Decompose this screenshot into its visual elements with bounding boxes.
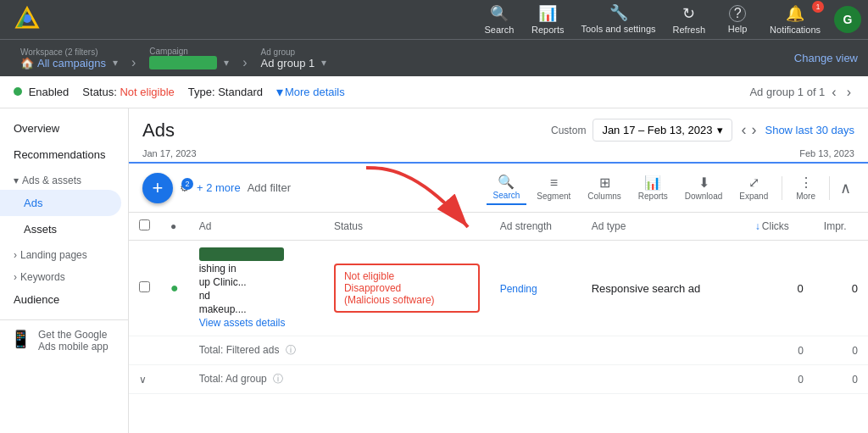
- toolbar-expand-action[interactable]: ⤢ Expand: [732, 171, 775, 204]
- campaign-dropdown-icon[interactable]: ▾: [224, 57, 229, 69]
- sidebar-section-keywords[interactable]: › Keywords: [0, 264, 128, 286]
- workspace-dropdown-icon[interactable]: ▾: [113, 57, 118, 69]
- date-range-line: Jan 17, 2023 Feb 13, 2023: [129, 145, 868, 164]
- total-filtered-row: Total: Filtered ads ⓘ 0 0: [129, 336, 868, 365]
- sidebar-item-audience[interactable]: Audience: [0, 286, 121, 313]
- status-label: Status: Not eligible: [82, 86, 174, 98]
- workspace-label: Workspace (2 filters): [20, 47, 118, 57]
- add-filter-button[interactable]: Add filter: [248, 181, 291, 194]
- nav-notifications[interactable]: 🔔 1 Notifications: [763, 1, 827, 38]
- mobile-app-banner[interactable]: 📱 Get the Google Ads mobile app: [0, 319, 128, 361]
- view-assets-link[interactable]: View assets details: [199, 317, 314, 329]
- profile-avatar[interactable]: G: [834, 6, 861, 33]
- breadcrumb-arrow-1: ›: [131, 55, 136, 70]
- mobile-app-line2: Ads mobile app: [38, 341, 108, 353]
- total-filtered-impr: 0: [814, 336, 868, 365]
- row-status-dot-cell: ●: [160, 241, 189, 336]
- ad-preview-line4: makeup....: [199, 303, 314, 315]
- more-filters-button[interactable]: + 2 more: [197, 181, 241, 194]
- add-ad-button[interactable]: +: [142, 173, 173, 203]
- prev-date-button[interactable]: ‹: [739, 119, 748, 141]
- total-adgroup-row: ∨ Total: Ad group ⓘ 0 0: [129, 365, 868, 394]
- search-icon: 🔍: [490, 4, 509, 23]
- nav-reports[interactable]: 📊 Reports: [525, 1, 571, 38]
- status-highlight-box: Not eligible Disapproved (Malicious soft…: [334, 264, 480, 313]
- toolbar-download-action[interactable]: ⬇ Download: [678, 171, 729, 204]
- ad-content-cell: ishing in up Clinic... nd makeup....: [189, 241, 324, 336]
- workspace-crumb[interactable]: Workspace (2 filters) 🏠 All campaigns ▾: [10, 47, 128, 69]
- next-date-button[interactable]: ›: [749, 119, 758, 141]
- ads-header: Ads Custom Jan 17 – Feb 13, 2023 ▾ ‹ › S…: [129, 108, 868, 142]
- custom-label: Custom: [551, 125, 586, 136]
- toolbar-expand-icon: ⤢: [748, 175, 760, 191]
- google-ads-logo[interactable]: [14, 5, 41, 35]
- notification-badge: 1: [812, 1, 824, 13]
- impr-cell: 0: [814, 241, 868, 336]
- sidebar-section-ads-assets[interactable]: ▾ Ads & assets: [0, 168, 128, 190]
- select-all-checkbox[interactable]: [139, 219, 150, 230]
- toolbar-columns-action[interactable]: ⊞ Columns: [581, 171, 627, 204]
- change-view-button[interactable]: Change view: [794, 52, 858, 64]
- sidebar-item-overview[interactable]: Overview: [0, 115, 121, 142]
- nav-refresh-label: Refresh: [673, 25, 706, 35]
- prev-adgroup-button[interactable]: ‹: [828, 83, 839, 102]
- dot-header: ●: [160, 213, 189, 241]
- toolbar-separator: [782, 176, 782, 200]
- date-end: Feb 13, 2023: [799, 148, 854, 158]
- mobile-icon: 📱: [10, 329, 31, 349]
- ad-preview: ishing in up Clinic... nd makeup....: [199, 247, 314, 329]
- sidebar-section-landing-pages[interactable]: › Landing pages: [0, 242, 128, 264]
- toolbar-search-icon: 🔍: [498, 174, 515, 190]
- nav-help[interactable]: ? Help: [715, 2, 760, 37]
- nav-refresh[interactable]: ↻ Refresh: [666, 1, 713, 38]
- adgroup-label: Ad group: [261, 47, 327, 57]
- status-dot: [14, 87, 22, 96]
- filtered-help-icon[interactable]: ⓘ: [286, 344, 296, 356]
- total-adgroup-clicks: 0: [745, 365, 814, 394]
- nav-search-label: Search: [485, 25, 515, 35]
- nav-search[interactable]: 🔍 Search: [477, 1, 521, 38]
- toolbar-segment-icon: ≡: [550, 175, 558, 191]
- nav-tools[interactable]: 🔧 Tools and settings: [574, 0, 662, 38]
- adgroup-dropdown-icon[interactable]: ▾: [321, 57, 326, 69]
- toolbar-more-action[interactable]: ⋮ More: [789, 171, 822, 204]
- collapse-button[interactable]: ∧: [837, 175, 854, 201]
- expand-arrow-icon: ▾: [14, 175, 19, 186]
- adgroup-crumb[interactable]: Ad group Ad group 1 ▾: [251, 47, 337, 69]
- breadcrumb-arrow-2: ›: [242, 55, 247, 70]
- next-adgroup-button[interactable]: ›: [843, 83, 854, 102]
- adgroup-help-icon[interactable]: ⓘ: [273, 373, 283, 385]
- ad-group-nav: Ad group 1 of 1 ‹ ›: [749, 83, 854, 102]
- content-area: Ads Custom Jan 17 – Feb 13, 2023 ▾ ‹ › S…: [129, 108, 868, 433]
- collapse-adgroup-icon[interactable]: ∨: [139, 374, 147, 386]
- sidebar-item-ads[interactable]: Ads: [0, 190, 121, 216]
- table-row: ● ishing in up Clinic...: [129, 241, 868, 336]
- campaign-value: ▾: [149, 56, 229, 69]
- main-layout: Overview Recommendations ▾ Ads & assets …: [0, 108, 868, 433]
- row-checkbox-cell[interactable]: [129, 241, 160, 336]
- filter-badge: 2: [181, 178, 193, 190]
- status-column-header: Status: [324, 213, 490, 241]
- toolbar-actions: 🔍 Search ≡ Segment ⊞ Columns 📊 Reports: [487, 170, 854, 205]
- ad-type-column-header: Ad type: [581, 213, 745, 241]
- toolbar-reports-action[interactable]: 📊 Reports: [632, 171, 675, 204]
- filter-button[interactable]: ⚙ 2: [180, 181, 190, 194]
- campaign-crumb[interactable]: Campaign ▾: [139, 47, 239, 69]
- ads-toolbar: + ⚙ 2 + 2 more Add filter 🔍 Search: [129, 164, 868, 213]
- expand-arrow-landing-icon: ›: [14, 249, 17, 261]
- date-range-button[interactable]: Jan 17 – Feb 13, 2023 ▾: [593, 119, 732, 142]
- sidebar-item-assets[interactable]: Assets: [0, 216, 121, 242]
- show-last-30-button[interactable]: Show last 30 days: [765, 124, 854, 136]
- clicks-cell: 0: [745, 241, 814, 336]
- toolbar-search-action[interactable]: 🔍 Search: [487, 170, 527, 205]
- total-adgroup-impr: 0: [814, 365, 868, 394]
- checkbox-header[interactable]: [129, 213, 160, 241]
- more-details-button[interactable]: ▾ More details: [276, 84, 345, 100]
- clicks-column-header[interactable]: ↓ Clicks: [745, 213, 814, 241]
- sidebar-item-recommendations[interactable]: Recommendations: [0, 142, 121, 168]
- row-checkbox[interactable]: [139, 281, 150, 292]
- toolbar-segment-action[interactable]: ≡ Segment: [530, 172, 577, 204]
- tools-icon: 🔧: [609, 3, 628, 22]
- toolbar-more-icon: ⋮: [799, 175, 813, 191]
- ad-blurred-bg: [199, 247, 284, 261]
